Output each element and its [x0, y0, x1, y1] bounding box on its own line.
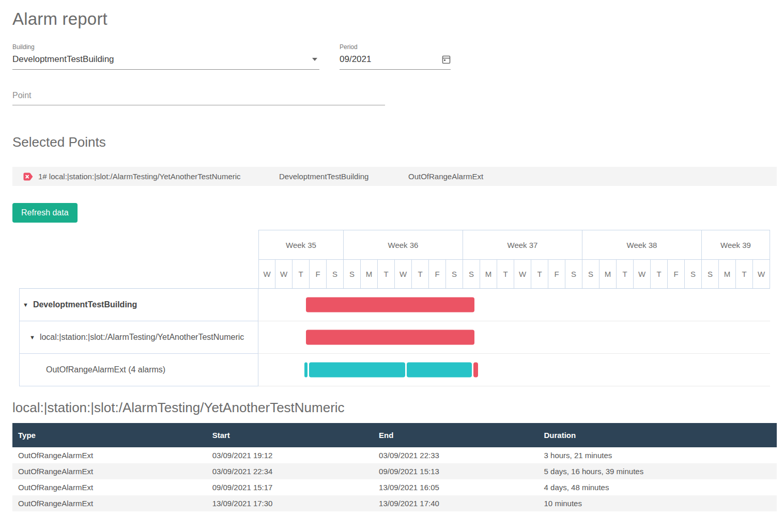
- building-label: Building: [12, 43, 319, 51]
- gantt-day-header: T: [617, 260, 634, 288]
- gantt-day-header: S: [582, 260, 599, 288]
- table-cell: 09/09/2021 15:13: [373, 463, 538, 479]
- gantt-row-label-text: DeveloptmentTestBuilding: [33, 300, 137, 309]
- table-cell: 13/09/2021 16:05: [373, 479, 538, 495]
- period-field: Period 09/2021: [340, 43, 451, 70]
- table-cell: 13/09/2021 17:30: [207, 495, 373, 511]
- gantt-day-header: F: [310, 260, 327, 288]
- gantt-day-row: WWTFSSMTWTFSSMTWTFSSMTWTFSSMTW: [258, 260, 770, 288]
- table-row: OutOfRangeAlarmExt03/09/2021 19:1203/09/…: [12, 447, 777, 463]
- gantt-day-header: T: [497, 260, 514, 288]
- gantt-alarm-bar[interactable]: [306, 330, 474, 345]
- gantt-day-header: T: [531, 260, 548, 288]
- table-cell: OutOfRangeAlarmExt: [12, 479, 207, 495]
- filters-bar: Building DeveloptmentTestBuilding Period…: [12, 43, 777, 70]
- gantt-week-header: Week 39: [702, 230, 770, 260]
- column-header-duration: Duration: [539, 423, 777, 447]
- column-header-end: End: [373, 423, 538, 447]
- chevron-down-icon: [312, 58, 317, 61]
- alarm-gantt-chart: Week 35Week 36Week 37Week 38Week 39 WWTF…: [19, 230, 770, 386]
- table-cell: 13/09/2021 17:40: [373, 495, 538, 511]
- gantt-day-header: S: [463, 260, 480, 288]
- collapse-triangle-icon[interactable]: ▼: [23, 302, 28, 308]
- gantt-day-header: S: [327, 260, 344, 288]
- alarms-table-header: Type Start End Duration: [12, 423, 777, 447]
- table-cell: OutOfRangeAlarmExt: [12, 447, 207, 463]
- gantt-day-header: W: [753, 260, 770, 288]
- gantt-day-header: F: [668, 260, 685, 288]
- gantt-row-bars: [258, 289, 770, 321]
- gantt-day-header: M: [719, 260, 736, 288]
- selected-points-heading: Selected Points: [12, 134, 777, 150]
- table-row: OutOfRangeAlarmExt13/09/2021 17:3013/09/…: [12, 495, 777, 511]
- gantt-day-header: M: [480, 260, 497, 288]
- page-title: Alarm report: [12, 9, 777, 29]
- gantt-week-header: Week 38: [582, 230, 702, 260]
- gantt-day-header: M: [599, 260, 617, 288]
- table-cell: 10 minutes: [539, 495, 777, 511]
- building-select-value: DeveloptmentTestBuilding: [12, 54, 114, 65]
- gantt-week-header: Week 36: [344, 230, 463, 260]
- table-cell: 4 days, 48 minutes: [539, 479, 777, 495]
- gantt-alarm-bar[interactable]: [306, 298, 474, 312]
- table-cell: OutOfRangeAlarmExt: [12, 495, 207, 511]
- building-select[interactable]: DeveloptmentTestBuilding: [12, 54, 319, 70]
- point-input[interactable]: Point: [12, 91, 385, 105]
- gantt-alarm-bar[interactable]: [473, 363, 478, 378]
- gantt-day-header: F: [548, 260, 565, 288]
- gantt-day-header: W: [395, 260, 412, 288]
- column-header-type: Type: [12, 423, 207, 447]
- building-field: Building DeveloptmentTestBuilding: [12, 43, 319, 70]
- gantt-day-header: T: [378, 260, 395, 288]
- gantt-alarm-bar[interactable]: [304, 363, 308, 378]
- gantt-day-header: S: [344, 260, 361, 288]
- gantt-row-label: ▼local:|station:|slot:/AlarmTesting/YetA…: [19, 321, 258, 354]
- gantt-day-header: T: [293, 260, 310, 288]
- alarms-table: Type Start End Duration OutOfRangeAlarmE…: [12, 423, 777, 511]
- selected-point-alarm-type: OutOfRangeAlarmExt: [408, 172, 483, 181]
- table-cell: 03/09/2021 19:12: [207, 447, 373, 463]
- table-cell: 03/09/2021 22:33: [373, 447, 538, 463]
- gantt-row: ▼local:|station:|slot:/AlarmTesting/YetA…: [19, 321, 770, 354]
- gantt-day-header: S: [685, 260, 702, 288]
- table-row: OutOfRangeAlarmExt03/09/2021 22:3409/09/…: [12, 463, 777, 479]
- period-input-value: 09/2021: [340, 54, 371, 65]
- selected-point-building: DeveloptmentTestBuilding: [279, 172, 408, 181]
- gantt-row-bars: [258, 354, 770, 386]
- period-input[interactable]: 09/2021: [340, 54, 451, 70]
- gantt-day-header: T: [736, 260, 753, 288]
- gantt-day-header: T: [412, 260, 429, 288]
- gantt-alarm-bar[interactable]: [309, 363, 405, 378]
- gantt-day-header: W: [634, 260, 651, 288]
- period-label: Period: [340, 43, 451, 51]
- gantt-week-header: Week 37: [463, 230, 582, 260]
- gantt-row-label: OutOfRangeAlarmExt (4 alarms): [19, 354, 258, 386]
- refresh-data-button[interactable]: Refresh data: [12, 203, 78, 223]
- selected-point-row: 1# local:|station:|slot:/AlarmTesting/Ye…: [12, 167, 777, 186]
- gantt-row: ▼DeveloptmentTestBuilding: [19, 289, 770, 321]
- gantt-day-header: W: [275, 260, 293, 288]
- gantt-day-header: W: [514, 260, 531, 288]
- table-cell: 09/09/2021 15:17: [207, 479, 373, 495]
- table-cell: 03/09/2021 22:34: [207, 463, 373, 479]
- collapse-triangle-icon[interactable]: ▼: [29, 334, 35, 340]
- gantt-alarm-bar[interactable]: [407, 363, 472, 378]
- table-cell: 5 days, 16 hours, 39 minutes: [539, 463, 777, 479]
- gantt-day-header: M: [361, 260, 378, 288]
- gantt-day-header: T: [651, 260, 668, 288]
- gantt-week-header: Week 35: [258, 230, 344, 260]
- gantt-day-header: S: [565, 260, 582, 288]
- gantt-header: Week 35Week 36Week 37Week 38Week 39 WWTF…: [258, 230, 770, 288]
- gantt-body: ▼DeveloptmentTestBuilding▼local:|station…: [19, 288, 770, 386]
- gantt-day-header: S: [446, 260, 463, 288]
- column-header-start: Start: [207, 423, 373, 447]
- detail-point-heading: local:|station:|slot:/AlarmTesting/YetAn…: [12, 400, 777, 416]
- selected-point-name: 1# local:|station:|slot:/AlarmTesting/Ye…: [38, 172, 279, 181]
- gantt-row-label-text: OutOfRangeAlarmExt (4 alarms): [46, 365, 165, 374]
- gantt-row: OutOfRangeAlarmExt (4 alarms): [19, 354, 770, 386]
- gantt-day-header: W: [258, 260, 275, 288]
- table-cell: OutOfRangeAlarmExt: [12, 463, 207, 479]
- remove-point-icon[interactable]: [23, 173, 33, 181]
- gantt-day-header: F: [429, 260, 446, 288]
- calendar-icon[interactable]: [442, 55, 451, 64]
